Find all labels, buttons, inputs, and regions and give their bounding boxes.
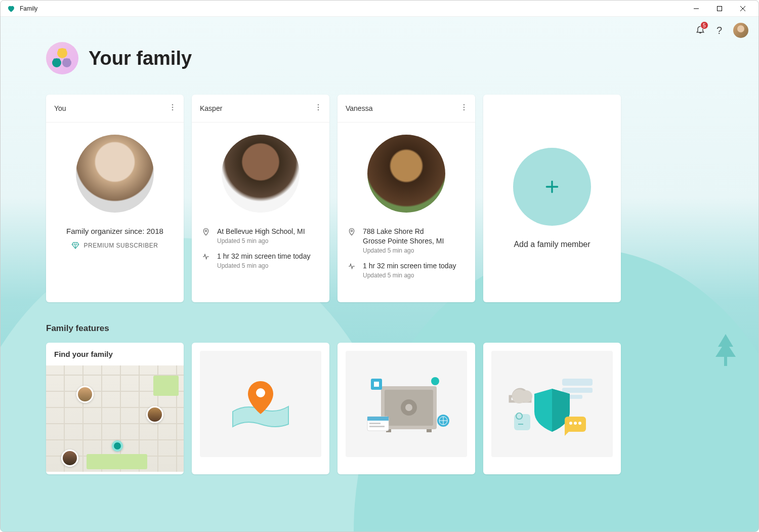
add-family-member-button[interactable]: Add a family member: [483, 95, 621, 302]
member-card-kasper[interactable]: Kasper At Bellevue High School, MI Updat…: [192, 95, 329, 302]
member-avatar: [367, 135, 445, 213]
window-title: Family: [20, 5, 685, 12]
more-options-button[interactable]: [315, 102, 321, 115]
location-updated-text: Updated 5 min ago: [217, 237, 319, 244]
family-logo-icon: [46, 42, 78, 74]
svg-point-13: [172, 109, 174, 111]
svg-point-41: [520, 390, 532, 402]
svg-point-45: [574, 422, 577, 425]
feature-card-safety[interactable]: [338, 343, 475, 474]
safe-illustration-icon: [358, 371, 454, 437]
svg-point-11: [172, 104, 174, 106]
svg-point-3: [58, 49, 61, 52]
svg-point-16: [318, 109, 319, 111]
location-pin-icon: [202, 228, 211, 244]
svg-rect-38: [562, 388, 593, 393]
location-updated-text: Updated 5 min ago: [363, 247, 465, 254]
more-vertical-icon: [317, 104, 319, 111]
svg-point-4: [63, 49, 66, 52]
screentime-text: 1 hr 32 min screen time today: [363, 261, 465, 271]
map-preview: [46, 365, 184, 472]
svg-point-26: [405, 404, 412, 411]
maximize-button[interactable]: [708, 1, 731, 17]
minimize-button[interactable]: [685, 1, 708, 17]
svg-point-46: [578, 422, 581, 425]
svg-rect-33: [367, 417, 389, 421]
svg-point-18: [463, 104, 465, 106]
premium-label: PREMIUM SUBSCRIBER: [83, 242, 158, 249]
plus-icon: [544, 179, 560, 195]
svg-point-10: [68, 59, 70, 61]
organizer-since-text: Family organizer since: 2018: [66, 227, 163, 235]
diamond-icon: [71, 241, 79, 250]
screentime-text: 1 hr 32 min screen time today: [217, 252, 319, 261]
screentime-updated-text: Updated 5 min ago: [217, 262, 319, 269]
map-pin-illustration-icon: [228, 376, 293, 432]
more-options-button[interactable]: [170, 102, 176, 115]
member-card-vanessa[interactable]: Vanessa 788 Lake Shore Rd Grosse Pointe …: [338, 95, 475, 302]
svg-point-44: [569, 422, 572, 425]
member-name: Vanessa: [346, 104, 372, 112]
svg-rect-30: [374, 382, 379, 387]
svg-point-15: [318, 107, 319, 108]
svg-point-12: [172, 107, 174, 108]
more-options-button[interactable]: [461, 102, 467, 115]
svg-rect-28: [427, 429, 432, 432]
feature-title: Find your family: [46, 343, 184, 365]
family-features-heading: Family features: [46, 323, 713, 334]
more-vertical-icon: [463, 104, 465, 111]
svg-point-22: [256, 388, 265, 397]
feature-card-content[interactable]: [483, 343, 621, 474]
location-pin-icon: [348, 228, 357, 254]
activity-icon: [348, 262, 357, 279]
svg-rect-37: [562, 379, 593, 386]
svg-point-19: [463, 107, 465, 108]
activity-icon: [202, 253, 211, 269]
svg-point-6: [54, 59, 56, 61]
member-name: You: [54, 104, 66, 112]
close-button[interactable]: [731, 1, 754, 17]
member-card-you[interactable]: You Family organizer since: 2018 PREMIUM…: [46, 95, 184, 302]
location-text: At Bellevue High School, MI: [217, 227, 319, 236]
shield-illustration-icon: [504, 371, 600, 437]
app-icon: [7, 4, 16, 13]
svg-rect-35: [369, 426, 385, 427]
member-avatar: [222, 135, 300, 213]
svg-point-31: [431, 377, 439, 385]
address-line2: Grosse Pointe Shores, MI: [363, 236, 465, 246]
address-line1: 788 Lake Shore Rd: [363, 227, 465, 236]
svg-point-21: [351, 230, 352, 231]
screentime-updated-text: Updated 5 min ago: [363, 272, 465, 279]
svg-point-7: [58, 59, 60, 61]
svg-point-14: [318, 104, 319, 106]
member-avatar: [76, 135, 154, 213]
add-member-label: Add a family member: [514, 240, 590, 249]
svg-point-17: [205, 230, 206, 231]
member-name: Kasper: [200, 104, 222, 112]
feature-card-location[interactable]: [192, 343, 329, 474]
svg-point-9: [64, 59, 66, 61]
svg-rect-34: [369, 423, 381, 424]
svg-point-20: [463, 109, 465, 111]
svg-rect-0: [718, 6, 722, 11]
feature-card-find-family[interactable]: Find your family: [46, 343, 184, 474]
page-title: Your family: [89, 48, 192, 69]
title-bar: Family: [1, 1, 758, 17]
more-vertical-icon: [172, 104, 174, 111]
